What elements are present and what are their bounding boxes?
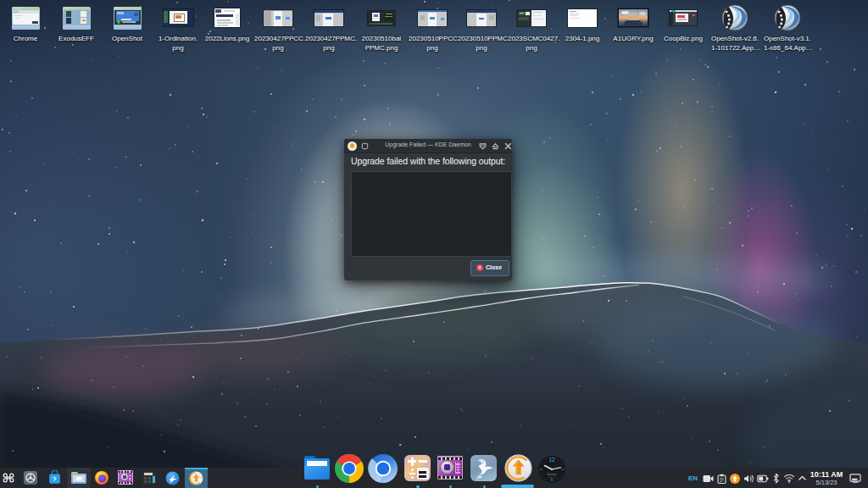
svg-text:12: 12 [548,457,555,463]
svg-text:May 13: May 13 [548,476,556,479]
